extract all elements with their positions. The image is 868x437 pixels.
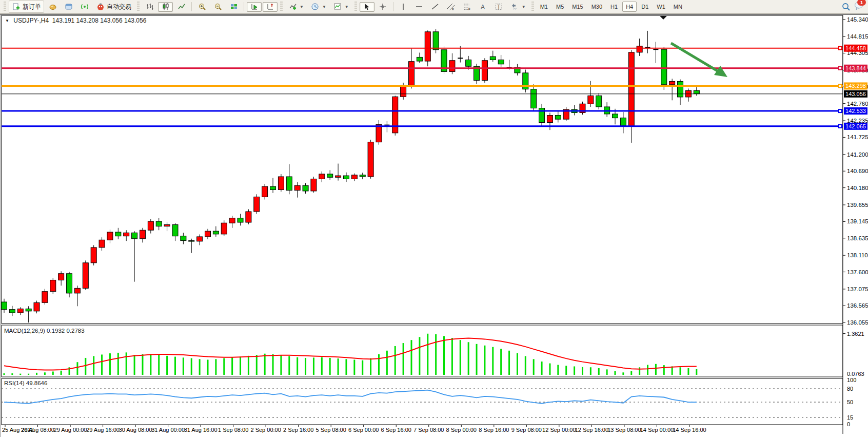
time-tick-label: 13 Sep 08:00 — [607, 427, 641, 433]
macd-axis-max-label: 1.3621 — [847, 331, 864, 337]
chart-canvas[interactable]: 145.340144.815144.305143.780143.270142.7… — [0, 14, 868, 437]
price-tick-label: 141.725 — [847, 134, 868, 140]
periods-button[interactable]: ▼ — [308, 1, 329, 13]
bar-chart-mode-icon[interactable] — [142, 2, 157, 12]
line-chart-mode-icon[interactable] — [174, 2, 189, 12]
candle-bull — [58, 274, 64, 280]
toolbar-grip[interactable] — [531, 2, 534, 12]
macd-histogram-bar — [248, 356, 249, 375]
auto-scroll-icon[interactable] — [247, 2, 262, 12]
macd-histogram-bar — [590, 367, 591, 375]
quick-trade-collapse-icon[interactable]: ▼ — [5, 18, 9, 23]
timeframe-M1[interactable]: M1 — [537, 2, 551, 12]
candle-bull — [409, 62, 415, 85]
toolbar-grip[interactable] — [137, 2, 140, 12]
candle-bull — [401, 85, 406, 97]
text-tool-icon[interactable]: A — [476, 2, 490, 12]
time-tick-label: 12 Sep 16:00 — [575, 427, 608, 433]
toolbar-separator — [393, 2, 393, 11]
macd-histogram-bar — [615, 371, 616, 375]
macd-histogram-bar — [36, 373, 37, 375]
candle-bull — [392, 97, 398, 133]
macd-histogram-bar — [166, 356, 168, 375]
macd-histogram-bar — [321, 357, 323, 375]
signals-icon[interactable] — [77, 2, 92, 12]
candle-bear — [115, 232, 121, 236]
macd-histogram-bar — [460, 340, 461, 375]
timeframe-H4[interactable]: H4 — [622, 2, 637, 12]
crosshair-tool-icon[interactable] — [376, 2, 390, 12]
candle-bull — [50, 280, 56, 291]
macd-histogram-bar — [174, 357, 176, 375]
macd-histogram-bar — [256, 355, 258, 375]
candle-bear — [343, 176, 349, 179]
hline-handle-dot — [839, 110, 841, 112]
indicators-button[interactable]: ▼ — [285, 1, 307, 13]
horizontal-line-tool-icon[interactable] — [412, 2, 427, 12]
trendline-tool-icon[interactable] — [428, 2, 443, 12]
candle-bear — [466, 60, 471, 67]
candle-bull — [588, 96, 594, 104]
chart-window: 145.340144.815144.305143.780143.270142.7… — [0, 14, 868, 437]
macd-histogram-bar — [663, 365, 665, 375]
dropdown-caret: ▼ — [322, 5, 326, 9]
macd-name: MACD(12,26,9) — [4, 328, 45, 334]
macd-histogram-bar — [272, 354, 274, 375]
auto-trading-button[interactable]: 自动交易 — [93, 1, 134, 13]
macd-histogram-bar — [549, 364, 550, 375]
price-tick-label: 137.600 — [847, 269, 868, 275]
candle-bull — [628, 52, 634, 126]
chart-profile-icon[interactable] — [45, 2, 60, 12]
macd-histogram-bar — [435, 334, 437, 375]
label-tool-icon[interactable]: T — [491, 2, 506, 12]
toolbar-grip[interactable] — [280, 2, 283, 12]
cursor-tool-icon[interactable] — [360, 2, 374, 12]
macd-histogram-bar — [207, 360, 209, 375]
new-order-button[interactable]: 新订单 — [9, 1, 44, 13]
macd-histogram-bar — [240, 357, 241, 375]
search-icon[interactable] — [841, 3, 850, 11]
vertical-line-tool-icon[interactable] — [396, 2, 411, 12]
macd-histogram-bar — [288, 356, 290, 375]
channel-tool-icon[interactable]: E — [444, 2, 459, 12]
candle-bull — [221, 223, 227, 234]
macd-histogram-bar — [117, 353, 119, 375]
macd-histogram-bar — [370, 358, 371, 375]
macd-histogram-bar — [533, 359, 535, 375]
mt4-window: 新订单 自动交易 ▼ ▼ ▼ E F A — [0, 0, 868, 437]
dropdown-caret: ▼ — [300, 5, 304, 9]
toolbar-grip[interactable] — [354, 2, 357, 12]
timeframe-D1[interactable]: D1 — [638, 2, 652, 12]
arrows-tool-button[interactable]: ▼ — [507, 1, 529, 13]
time-tick-label: 5 Sep 08:00 — [316, 427, 346, 433]
timeframe-M30[interactable]: M30 — [588, 2, 606, 12]
timeframe-W1[interactable]: W1 — [653, 2, 669, 12]
notification-badge: 1 — [857, 0, 866, 6]
zoom-in-icon[interactable] — [194, 2, 209, 12]
tile-windows-icon[interactable] — [226, 2, 241, 12]
macd-histogram-bar — [345, 359, 347, 375]
timeframe-H1[interactable]: H1 — [607, 2, 621, 12]
zoom-out-icon[interactable] — [210, 2, 225, 12]
timeframe-M15[interactable]: M15 — [568, 2, 586, 12]
toolbar-grip[interactable] — [4, 2, 6, 12]
price-tick-label: 141.200 — [847, 151, 868, 158]
macd-histogram-bar — [215, 359, 216, 375]
time-tick-label: 14 Sep 16:00 — [673, 427, 706, 433]
fibonacci-tool-icon[interactable]: F — [460, 2, 475, 12]
candle-bear — [327, 174, 333, 177]
notifications-button[interactable]: 1 — [854, 1, 863, 12]
chart-shift-icon[interactable] — [263, 2, 278, 12]
macd-histogram-bar — [362, 360, 363, 375]
candle-bear — [360, 175, 365, 177]
candle-bear — [694, 90, 699, 93]
candle-bull — [311, 179, 317, 191]
macd-panel[interactable] — [2, 325, 843, 377]
main-chart-panel[interactable] — [2, 15, 843, 324]
templates-button[interactable]: ▼ — [330, 1, 352, 13]
time-tick-label: 31 Aug 00:00 — [151, 427, 185, 433]
candlestick-mode-icon[interactable] — [158, 2, 173, 12]
timeframe-MN[interactable]: MN — [670, 2, 686, 12]
market-watch-icon[interactable] — [61, 2, 76, 12]
timeframe-M5[interactable]: M5 — [553, 2, 567, 12]
